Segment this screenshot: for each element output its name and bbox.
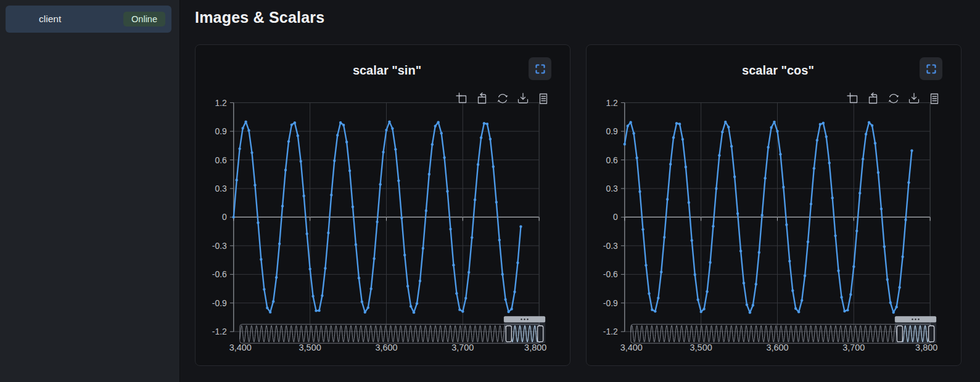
datazoom-right-handle[interactable] (929, 326, 934, 342)
svg-text:-0.3: -0.3 (212, 241, 227, 251)
svg-text:1.2: 1.2 (215, 98, 227, 108)
svg-text:1.2: 1.2 (606, 98, 618, 108)
svg-text:0.9: 0.9 (215, 126, 227, 136)
x-axis-labels: 3,4003,5003,6003,7003,800 (229, 343, 547, 352)
svg-text:-0.6: -0.6 (603, 269, 618, 279)
svg-text:3,500: 3,500 (690, 343, 712, 352)
fullscreen-icon (535, 63, 546, 75)
chart-title: scalar "cos" (625, 63, 931, 78)
chart-toolbar (846, 92, 941, 105)
client-label: client (39, 14, 61, 25)
sidebar: client Online (0, 0, 180, 382)
datazoom-left-handle[interactable] (897, 326, 902, 342)
page-title: Images & Scalars (195, 9, 980, 26)
sidebar-item-client[interactable]: client Online (6, 6, 171, 33)
svg-text:0.6: 0.6 (606, 155, 618, 165)
chart-card-cos: 1.20.90.60.30-0.3-0.6-0.9-1.23,4003,5003… (586, 44, 961, 366)
data-view-button[interactable] (537, 92, 550, 105)
datazoom-select-button[interactable] (846, 92, 860, 105)
restore-button[interactable] (887, 92, 900, 105)
data-view-button[interactable] (928, 92, 941, 105)
datazoom-move-handle[interactable] (504, 316, 545, 322)
svg-text:-0.3: -0.3 (603, 241, 618, 251)
chart-card-sin: 1.20.90.60.30-0.3-0.6-0.9-1.23,4003,5003… (195, 44, 570, 366)
datazoom-back-icon (867, 92, 880, 105)
data-view-icon (537, 92, 550, 105)
svg-text:3,600: 3,600 (375, 343, 397, 352)
datazoom-back-button[interactable] (476, 92, 489, 105)
svg-text:3,800: 3,800 (524, 343, 546, 352)
fullscreen-button[interactable] (920, 57, 942, 80)
chart-title: scalar "sin" (234, 63, 540, 78)
restore-icon (887, 92, 900, 105)
y-axis-labels: 1.20.90.60.30-0.3-0.6-0.9-1.2 (212, 98, 227, 337)
svg-text:3,600: 3,600 (766, 343, 788, 352)
svg-text:-0.9: -0.9 (603, 298, 618, 308)
svg-text:3,800: 3,800 (915, 343, 937, 352)
svg-text:0.9: 0.9 (606, 126, 618, 136)
fullscreen-icon (926, 63, 937, 75)
svg-text:3,400: 3,400 (229, 343, 252, 352)
datazoom-back-button[interactable] (867, 92, 880, 105)
main-content: Images & Scalars 1.20.90.60.30-0.3-0.6-0… (180, 0, 980, 382)
restore-icon (496, 92, 509, 105)
save-image-button[interactable] (516, 92, 530, 105)
app-root: client Online Images & Scalars 1.20.90.6… (0, 0, 980, 382)
save-image-icon (516, 92, 530, 105)
status-badge: Online (123, 12, 165, 26)
restore-button[interactable] (496, 92, 509, 105)
datazoom-select-icon (846, 92, 860, 105)
svg-text:-0.9: -0.9 (212, 298, 227, 308)
svg-text:-1.2: -1.2 (212, 327, 227, 336)
cards-row: 1.20.90.60.30-0.3-0.6-0.9-1.23,4003,5003… (195, 44, 980, 366)
svg-text:3,700: 3,700 (451, 343, 474, 352)
datazoom-slider[interactable] (240, 316, 545, 343)
datazoom-left-handle[interactable] (506, 326, 511, 342)
svg-text:3,700: 3,700 (842, 343, 865, 352)
y-axis-labels: 1.20.90.60.30-0.3-0.6-0.9-1.2 (603, 98, 618, 337)
svg-text:0.3: 0.3 (606, 184, 618, 193)
datazoom-select-button[interactable] (455, 92, 469, 105)
datazoom-select-icon (455, 92, 469, 105)
svg-text:0: 0 (222, 212, 227, 222)
svg-text:0: 0 (613, 212, 618, 222)
chart-toolbar (455, 92, 550, 105)
x-axis-labels: 3,4003,5003,6003,7003,800 (620, 343, 938, 352)
svg-text:0.6: 0.6 (215, 155, 227, 165)
datazoom-right-handle[interactable] (538, 326, 543, 342)
datazoom-move-handle[interactable] (895, 316, 936, 322)
svg-text:-0.6: -0.6 (212, 269, 227, 279)
data-view-icon (928, 92, 941, 105)
datazoom-back-icon (476, 92, 489, 105)
svg-text:-1.2: -1.2 (603, 327, 618, 336)
save-image-button[interactable] (907, 92, 921, 105)
svg-text:0.3: 0.3 (215, 184, 227, 193)
datazoom-slider[interactable] (631, 316, 936, 343)
svg-text:3,400: 3,400 (620, 343, 643, 352)
fullscreen-button[interactable] (529, 57, 551, 80)
svg-text:3,500: 3,500 (299, 343, 321, 352)
save-image-icon (907, 92, 921, 105)
